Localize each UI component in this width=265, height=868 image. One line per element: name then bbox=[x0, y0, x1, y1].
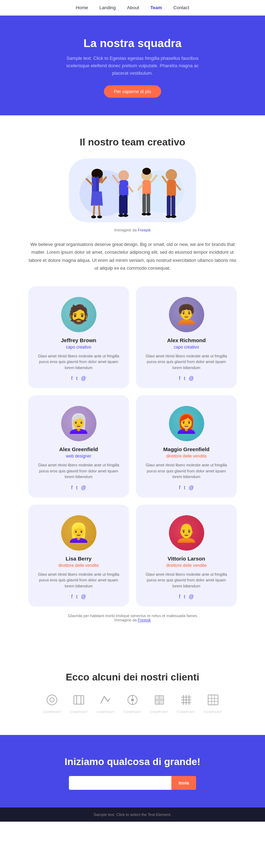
svg-point-21 bbox=[123, 214, 128, 217]
team-card-alex-richmond: 🧑‍🦱 Alex Richmond capo creativo Glavi am… bbox=[136, 286, 237, 389]
facebook-icon-4[interactable]: f bbox=[179, 485, 181, 490]
svg-rect-52 bbox=[160, 700, 164, 704]
footer-text: Sample text. Click to select the Text El… bbox=[94, 812, 171, 817]
twitter-icon-6[interactable]: t bbox=[184, 594, 185, 599]
client-label-5: COMPANY bbox=[150, 710, 169, 714]
svg-rect-17 bbox=[123, 195, 128, 214]
hero-description: Sample text. Click to Egestas egestas fr… bbox=[58, 55, 207, 77]
client-logo-4: COMPANY bbox=[123, 694, 142, 714]
avatar-lisa-berry: 👱‍♀️ bbox=[61, 515, 96, 551]
svg-rect-16 bbox=[119, 195, 123, 214]
client-label-4: COMPANY bbox=[123, 710, 142, 714]
member-role-2: capo creativo bbox=[143, 345, 230, 350]
avatar-alex-greenfield: 👩‍🦳 bbox=[61, 406, 96, 441]
member-desc-4: Glavi amet ritnisl libero molestie ante … bbox=[143, 462, 230, 480]
freepik-link-1[interactable]: Freepik bbox=[138, 228, 151, 232]
facebook-icon-3[interactable]: f bbox=[71, 485, 73, 490]
social-icons-2: f t @ bbox=[143, 375, 230, 381]
instagram-icon-6[interactable]: @ bbox=[189, 594, 194, 599]
svg-rect-51 bbox=[155, 700, 159, 704]
cta-section: Iniziamo qualcosa di grande! Invia bbox=[0, 735, 265, 807]
clients-section: Ecco alcuni dei nostri clienti COMPANY C… bbox=[0, 654, 265, 728]
member-name-6: Vittorio Larson bbox=[143, 556, 230, 562]
nav-landing[interactable]: Landing bbox=[99, 5, 116, 10]
nav-about[interactable]: About bbox=[127, 5, 139, 10]
social-icons-6: f t @ bbox=[143, 594, 230, 599]
svg-point-31 bbox=[166, 169, 177, 180]
hero-title: La nostra squadra bbox=[28, 37, 237, 50]
social-icons-4: f t @ bbox=[143, 485, 230, 490]
svg-point-45 bbox=[131, 699, 134, 701]
team-card-alex-greenfield: 👩‍🦳 Alex Greenfield web designer Glavi a… bbox=[28, 395, 129, 498]
member-desc-2: Glavi amet ritnisl libero molestie ante … bbox=[143, 353, 230, 371]
twitter-icon-3[interactable]: t bbox=[76, 485, 77, 490]
client-icon-6 bbox=[180, 694, 193, 709]
svg-rect-24 bbox=[142, 180, 151, 196]
freepik-link-2[interactable]: Freepik bbox=[138, 618, 151, 622]
team-title: Il nostro team creativo bbox=[14, 137, 251, 148]
member-name-2: Alex Richmond bbox=[143, 337, 230, 343]
svg-point-13 bbox=[97, 215, 102, 218]
svg-rect-41 bbox=[74, 696, 84, 704]
navigation: Home Landing About Team Contact bbox=[0, 0, 265, 16]
cta-email-input[interactable] bbox=[69, 776, 171, 790]
svg-point-29 bbox=[142, 213, 147, 215]
client-icon-3 bbox=[99, 694, 112, 709]
svg-point-23 bbox=[142, 168, 151, 175]
svg-point-40 bbox=[50, 698, 54, 702]
member-role-1: capo creativo bbox=[35, 345, 122, 350]
instagram-icon-3[interactable]: @ bbox=[81, 485, 86, 490]
clients-logos: COMPANY COMPANY COMPANY COMPANY COMPANY bbox=[14, 694, 251, 714]
social-icons-3: f t @ bbox=[35, 485, 122, 490]
team-card-maggio-greenfield: 👩‍🦰 Maggio Greenfield direttore delle ve… bbox=[136, 395, 237, 498]
svg-point-39 bbox=[47, 695, 57, 705]
member-desc-6: Glavi amet ritnisl libero molestie ante … bbox=[143, 571, 230, 589]
member-name-5: Lisa Berry bbox=[35, 556, 122, 562]
facebook-icon-6[interactable]: f bbox=[179, 594, 181, 599]
illustration-caption: Immagine da Freepik bbox=[14, 228, 251, 232]
client-icon-7 bbox=[207, 694, 219, 709]
team-section: Il nostro team creativo bbox=[0, 115, 265, 654]
facebook-icon-2[interactable]: f bbox=[179, 375, 181, 381]
twitter-icon-5[interactable]: t bbox=[76, 594, 77, 599]
cta-submit-button[interactable]: Invia bbox=[171, 776, 196, 790]
hero-button[interactable]: Per saperne di più bbox=[104, 85, 161, 98]
instagram-icon-2[interactable]: @ bbox=[189, 375, 194, 381]
clients-title: Ecco alcuni dei nostri clienti bbox=[14, 672, 251, 683]
svg-point-12 bbox=[91, 215, 96, 218]
footer: Sample text. Click to select the Text El… bbox=[0, 807, 265, 822]
cta-form: Invia bbox=[69, 776, 196, 790]
svg-point-37 bbox=[166, 215, 171, 218]
client-label-7: COMPANY bbox=[204, 710, 222, 714]
member-desc-3: Glavi amet ritnisl libero molestie ante … bbox=[35, 462, 122, 480]
member-role-4: direttore delle vendite bbox=[143, 454, 230, 459]
facebook-icon-1[interactable]: f bbox=[71, 375, 73, 381]
nav-home[interactable]: Home bbox=[76, 5, 88, 10]
instagram-icon-5[interactable]: @ bbox=[81, 594, 86, 599]
twitter-icon-2[interactable]: t bbox=[184, 375, 185, 381]
nav-team[interactable]: Team bbox=[151, 5, 162, 10]
client-logo-1: COMPANY bbox=[43, 694, 61, 714]
svg-rect-33 bbox=[167, 195, 171, 216]
svg-point-38 bbox=[171, 215, 176, 218]
client-icon-1 bbox=[46, 694, 58, 709]
twitter-icon-1[interactable]: t bbox=[76, 375, 77, 381]
instagram-icon-1[interactable]: @ bbox=[81, 375, 86, 381]
facebook-icon-5[interactable]: f bbox=[71, 594, 73, 599]
client-logo-7: COMPANY bbox=[204, 694, 222, 714]
svg-rect-32 bbox=[167, 180, 176, 197]
member-role-6: direttore delle vendite bbox=[143, 563, 230, 568]
instagram-icon-4[interactable]: @ bbox=[189, 485, 194, 490]
client-icon-2 bbox=[72, 694, 85, 709]
cta-title: Iniziamo qualcosa di grande! bbox=[14, 756, 251, 768]
member-role-5: direttore delle vendite bbox=[35, 563, 122, 568]
svg-point-14 bbox=[118, 170, 129, 181]
client-logo-2: COMPANY bbox=[70, 694, 88, 714]
team-illustration bbox=[69, 159, 196, 222]
nav-contact[interactable]: Contact bbox=[173, 5, 189, 10]
svg-marker-7 bbox=[91, 191, 103, 206]
member-name-1: Jeffrey Brown bbox=[35, 337, 122, 343]
client-logo-6: COMPANY bbox=[177, 694, 195, 714]
team-card-lisa-berry: 👱‍♀️ Lisa Berry direttore delle vendite … bbox=[28, 505, 129, 607]
twitter-icon-4[interactable]: t bbox=[184, 485, 185, 490]
